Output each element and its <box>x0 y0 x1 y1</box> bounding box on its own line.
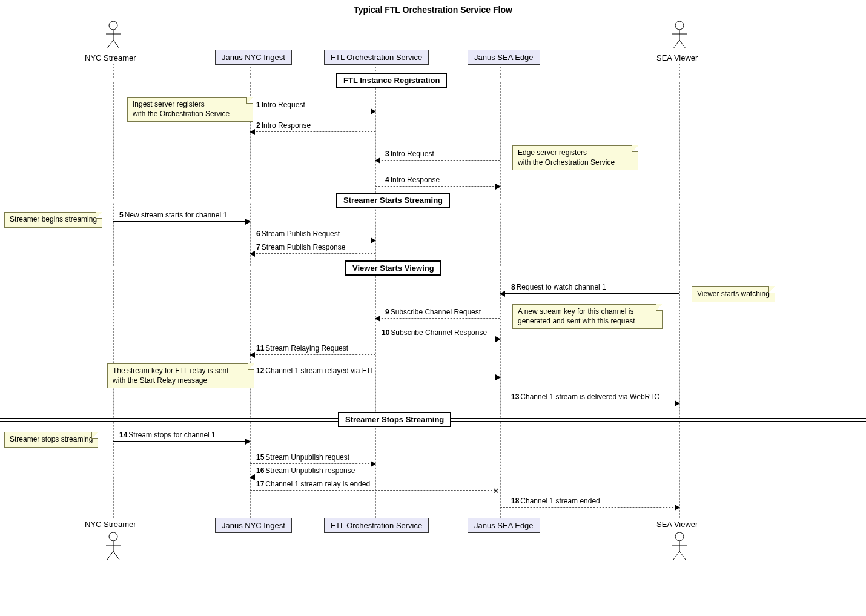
svg-point-0 <box>109 21 117 30</box>
arrow-16 <box>250 477 375 477</box>
participant-edge-bottom: Janus SEA Edge <box>468 518 540 533</box>
arrow-3 <box>375 160 500 161</box>
lifeline-viewer <box>679 64 680 518</box>
participant-edge-top: Janus SEA Edge <box>468 50 540 65</box>
divider-viewer-starts: Viewer Starts Viewing <box>345 260 441 276</box>
msg-4: 4Intro Response <box>385 176 440 184</box>
note-edge-register: Edge server registerswith the Orchestrat… <box>512 145 638 170</box>
divider-starts-streaming: Streamer Starts Streaming <box>336 193 450 208</box>
sequence-diagram: Typical FTL Orchestration Service Flow N… <box>0 0 866 616</box>
svg-line-13 <box>107 551 113 560</box>
actor-viewer-top <box>667 21 692 50</box>
note-streamer-begins: Streamer begins streaming <box>4 212 102 228</box>
participant-ingest-bottom: Janus NYC Ingest <box>215 518 292 533</box>
arrow-15 <box>250 463 375 464</box>
divider-registration: FTL Instance Registration <box>336 73 447 88</box>
x-icon: ✕ <box>493 486 499 495</box>
svg-line-14 <box>113 551 119 560</box>
msg-14: 14Stream stops for channel 1 <box>119 431 216 439</box>
msg-11: 11Stream Relaying Request <box>256 344 348 353</box>
msg-1: 1Intro Request <box>256 101 305 109</box>
arrow-17: ✕ <box>250 490 495 491</box>
actor-streamer-bottom <box>101 532 125 561</box>
arrow-8 <box>500 293 679 294</box>
arrow-6 <box>250 240 375 240</box>
arrow-12 <box>250 377 500 377</box>
note-streamer-stops: Streamer stops streaming <box>4 432 98 448</box>
arrow-2 <box>250 131 375 132</box>
participant-orch-top: FTL Orchestration Service <box>324 50 429 65</box>
actor-viewer-label-bottom: SEA Viewer <box>656 520 698 529</box>
svg-line-3 <box>107 40 113 48</box>
note-ingest-register: Ingest server registerswith the Orchestr… <box>127 97 253 122</box>
msg-2: 2Intro Response <box>256 121 311 130</box>
stickman-icon <box>101 532 125 561</box>
msg-5: 5New stream starts for channel 1 <box>119 211 227 219</box>
note-stream-key-generated: A new stream key for this channel isgene… <box>512 304 663 329</box>
msg-6: 6Stream Publish Request <box>256 230 340 238</box>
msg-18: 18Channel 1 stream ended <box>511 497 600 505</box>
stickman-icon <box>667 532 692 561</box>
arrow-11 <box>250 354 375 355</box>
actor-streamer-label-top: NYC Streamer <box>85 53 136 62</box>
msg-16: 16Stream Unpublish response <box>256 466 355 475</box>
actor-viewer-bottom <box>667 532 692 561</box>
arrow-5 <box>113 221 250 222</box>
svg-line-8 <box>673 40 679 48</box>
arrow-14 <box>113 441 250 442</box>
diagram-title: Typical FTL Orchestration Service Flow <box>0 5 866 15</box>
participant-orch-bottom: FTL Orchestration Service <box>324 518 429 533</box>
arrow-13 <box>500 403 679 403</box>
arrow-4 <box>375 186 500 187</box>
svg-line-4 <box>113 40 119 48</box>
arrow-7 <box>250 253 375 254</box>
note-viewer-starts: Viewer starts watching <box>692 286 775 302</box>
msg-10: 10Subscribe Channel Response <box>382 328 487 337</box>
note-stream-key-relay: The stream key for FTL relay is sentwith… <box>107 363 254 388</box>
msg-3: 3Intro Request <box>385 150 434 158</box>
arrow-9 <box>375 318 500 319</box>
svg-line-18 <box>673 551 679 560</box>
msg-17: 17Channel 1 stream relay is ended <box>256 480 370 488</box>
msg-12: 12Channel 1 stream relayed via FTL <box>256 366 375 375</box>
svg-point-15 <box>675 532 684 541</box>
stickman-icon <box>101 21 125 50</box>
svg-point-10 <box>109 532 117 541</box>
divider-stops-streaming: Streamer Stops Streaming <box>338 412 451 427</box>
actor-viewer-label-top: SEA Viewer <box>656 53 698 62</box>
msg-8: 8Request to watch channel 1 <box>511 283 606 291</box>
msg-15: 15Stream Unpublish request <box>256 453 349 462</box>
lifeline-streamer <box>113 64 114 518</box>
arrow-18 <box>500 507 679 508</box>
arrow-1 <box>250 111 375 111</box>
participant-ingest-top: Janus NYC Ingest <box>215 50 292 65</box>
msg-13: 13Channel 1 stream is delivered via WebR… <box>511 392 659 401</box>
msg-7: 7Stream Publish Response <box>256 243 345 251</box>
actor-streamer-label-bottom: NYC Streamer <box>85 520 136 529</box>
arrow-10 <box>375 339 500 339</box>
svg-line-9 <box>679 40 686 48</box>
svg-point-5 <box>675 21 684 30</box>
msg-9: 9Subscribe Channel Request <box>385 308 481 316</box>
svg-line-19 <box>679 551 686 560</box>
actor-streamer-top <box>101 21 125 50</box>
stickman-icon <box>667 21 692 50</box>
lifeline-orch <box>375 64 376 518</box>
